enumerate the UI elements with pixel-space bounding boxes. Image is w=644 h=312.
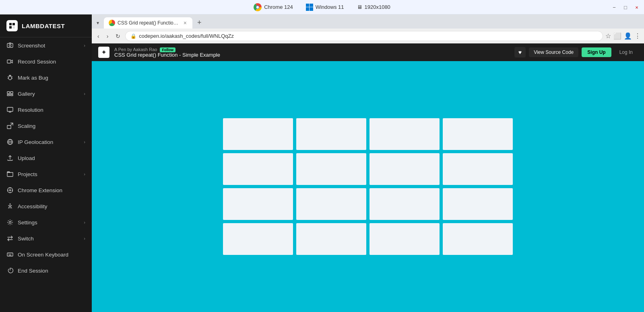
sidebar-item-label: End Session	[18, 268, 48, 274]
sidebar-item-settings[interactable]: Settings ›	[0, 214, 92, 230]
sidebar-item-switch[interactable]: Switch ›	[0, 230, 92, 246]
monitor-icon: 🖥	[357, 4, 362, 10]
chevron-right-icon: ›	[84, 172, 85, 177]
resolution-label: 1920x1080	[365, 4, 390, 10]
sidebar-item-record-session[interactable]: Record Session	[0, 53, 92, 70]
sidebar-item-label: Record Session	[18, 59, 56, 65]
sidebar-item-label: Projects	[18, 171, 37, 177]
view-source-button[interactable]: View Source Code	[529, 47, 578, 57]
sidebar-item-scaling[interactable]: Scaling	[0, 118, 92, 134]
sidebar-item-label: Chrome Extension	[18, 187, 62, 193]
svg-line-25	[10, 123, 13, 125]
grid-cell	[443, 223, 513, 255]
forward-button[interactable]: ›	[104, 31, 111, 41]
grid-cell	[369, 188, 440, 220]
chevron-right-icon: ›	[84, 236, 85, 241]
sidebar-item-screenshot[interactable]: Screenshot ›	[0, 37, 92, 53]
tab-close-button[interactable]: ×	[183, 20, 188, 26]
sidebar-item-chrome-extension[interactable]: Chrome Extension	[0, 182, 92, 198]
tab-bar: ▾ CSS Grid repeat() Function - S... × + …	[92, 14, 644, 29]
author-text: A Pen by Aakash Rao	[114, 47, 157, 52]
sidebar-item-label: IP Geolocation	[18, 139, 53, 145]
sidebar-item-ip-geolocation[interactable]: IP Geolocation ›	[0, 134, 92, 150]
signup-button[interactable]: Sign Up	[582, 47, 611, 57]
codepen-author-line: A Pen by Aakash Rao Follow	[114, 47, 510, 52]
heart-button[interactable]: ♥	[514, 47, 526, 57]
sidebar-item-resolution[interactable]: Resolution	[0, 102, 92, 118]
browser-info: Chrome 124	[254, 3, 293, 11]
reload-button[interactable]: ↻	[113, 31, 123, 41]
menu-button[interactable]: ⋮	[634, 32, 641, 40]
svg-rect-7	[7, 43, 13, 47]
grid-cell	[223, 153, 293, 185]
codepen-meta: A Pen by Aakash Rao Follow CSS Grid repe…	[114, 47, 510, 58]
address-bar: ‹ › ↻ 🔒 codepen.io/aakash_codes/full/WNL…	[92, 29, 644, 43]
svg-rect-20	[10, 94, 13, 96]
browser-tab[interactable]: CSS Grid repeat() Function - S... ×	[104, 17, 192, 29]
chrome-logo-icon	[254, 3, 262, 11]
sidebar-item-mark-as-bug[interactable]: Mark as Bug	[0, 70, 92, 86]
follow-badge[interactable]: Follow	[160, 47, 175, 52]
codepen-title: CSS Grid repeat() Function - Simple Exam…	[114, 52, 510, 58]
sidebar-item-gallery[interactable]: Gallery ›	[0, 86, 92, 102]
tab-dropdown-button[interactable]: ▾	[95, 18, 101, 27]
settings-icon	[6, 219, 14, 226]
grid-cell	[296, 188, 366, 220]
gallery-icon	[6, 90, 14, 97]
tab-favicon-icon	[109, 20, 115, 26]
grid-cell	[443, 118, 513, 150]
top-bar: Chrome 124 Windows 11 🖥 1920x1080	[0, 0, 644, 14]
projects-icon	[6, 170, 14, 178]
svg-rect-18	[10, 92, 13, 94]
svg-rect-4	[12, 23, 15, 25]
login-button[interactable]: Log In	[615, 47, 638, 57]
grid-cell	[369, 118, 440, 150]
bookmark-button[interactable]: ☆	[605, 32, 611, 40]
sidebar-item-label: Gallery	[18, 91, 35, 97]
svg-line-13	[8, 77, 8, 78]
grid-cell	[223, 223, 293, 255]
grid-cell	[296, 223, 366, 255]
chrome-label: Chrome 124	[264, 4, 293, 10]
svg-rect-19	[7, 94, 10, 96]
svg-rect-5	[9, 26, 12, 29]
sidebar: LAMBDATEST Screenshot › Record Session M…	[0, 14, 92, 312]
browser-area: ▾ CSS Grid repeat() Function - S... × + …	[92, 14, 644, 312]
record-icon	[6, 58, 14, 65]
svg-point-11	[8, 76, 12, 80]
sidebar-item-projects[interactable]: Projects ›	[0, 166, 92, 182]
svg-point-2	[256, 6, 259, 8]
os-label: Windows 11	[316, 4, 344, 10]
svg-rect-24	[7, 125, 11, 129]
sidebar-item-on-screen-keyboard[interactable]: On Screen Keyboard	[0, 246, 92, 263]
css-grid-demo	[215, 110, 521, 263]
new-tab-button[interactable]: +	[194, 17, 205, 29]
profile-button[interactable]: 👤	[624, 32, 632, 40]
svg-rect-33	[7, 253, 13, 256]
sidebar-item-upload[interactable]: Upload	[0, 150, 92, 166]
sidebar-item-end-session[interactable]: End Session	[0, 263, 92, 279]
codepen-logo: ✦	[98, 47, 109, 58]
split-screen-button[interactable]: ⬜	[613, 32, 621, 40]
sidebar-item-label: Screenshot	[18, 43, 45, 49]
svg-point-8	[9, 45, 11, 47]
sidebar-item-label: Scaling	[18, 123, 35, 129]
geolocation-icon	[6, 138, 14, 146]
switch-icon	[6, 235, 14, 242]
grid-cell	[369, 223, 440, 255]
svg-rect-10	[7, 60, 11, 63]
grid-cell	[296, 153, 366, 185]
svg-rect-21	[7, 107, 13, 111]
url-input[interactable]: 🔒 codepen.io/aakash_codes/full/WNLQqZz	[125, 31, 603, 41]
codepen-header: ✦ A Pen by Aakash Rao Follow CSS Grid re…	[92, 43, 644, 61]
sidebar-item-label: Settings	[18, 220, 37, 226]
sidebar-item-label: Switch	[18, 236, 34, 242]
sidebar-item-label: Accessibility	[18, 203, 47, 209]
screenshot-icon	[6, 42, 14, 49]
lock-icon: 🔒	[130, 33, 136, 39]
sidebar-item-accessibility[interactable]: Accessibility	[0, 198, 92, 214]
url-text: codepen.io/aakash_codes/full/WNLQqZz	[139, 33, 234, 39]
tab-title: CSS Grid repeat() Function - S...	[118, 20, 180, 26]
back-button[interactable]: ‹	[95, 31, 102, 41]
upload-icon	[6, 154, 14, 162]
